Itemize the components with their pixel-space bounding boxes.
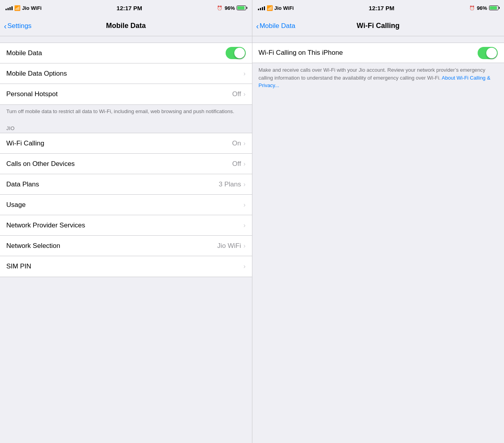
footer-main: Turn off mobile data to restrict all dat… — [0, 105, 252, 117]
value-calls-other-devices: Off — [232, 160, 241, 168]
wifi-icon: 📶 — [14, 5, 20, 11]
alarm-icon-right: ⏰ — [469, 6, 475, 11]
signal-bar-r4 — [264, 6, 265, 10]
status-left: 📶 Jio WiFi — [6, 5, 42, 11]
status-right-right: ⏰ 96% — [469, 5, 498, 11]
table-group-jio: Wi-Fi Calling On › Calls on Other Device… — [0, 133, 252, 277]
label-personal-hotspot: Personal Hotspot — [6, 90, 232, 98]
battery-percent-right: 96% — [477, 5, 487, 11]
toggle-knob-mobile-data — [234, 48, 245, 58]
value-personal-hotspot: Off — [232, 90, 241, 98]
signal-bar-2 — [7, 8, 9, 10]
row-mobile-data-options[interactable]: Mobile Data Options › — [0, 63, 252, 84]
status-right: ⏰ 96% — [217, 5, 246, 11]
chevron-mobile-data-options: › — [243, 70, 245, 77]
chevron-personal-hotspot: › — [243, 91, 245, 98]
battery-icon — [237, 6, 246, 10]
label-wifi-calling: Wi-Fi Calling — [6, 140, 232, 147]
wifi-icon-right: 📶 — [267, 5, 273, 11]
back-chevron-left: ‹ — [4, 22, 7, 30]
row-calls-other-devices[interactable]: Calls on Other Devices Off › — [0, 154, 252, 174]
row-wifi-calling[interactable]: Wi-Fi Calling On › — [0, 133, 252, 154]
battery-fill — [237, 6, 245, 9]
signal-bars — [6, 6, 13, 10]
chevron-data-plans: › — [243, 181, 245, 188]
chevron-usage: › — [243, 201, 245, 208]
chevron-wifi-calling: › — [243, 140, 245, 147]
section-main: Mobile Data Mobile Data Options › Person… — [0, 43, 252, 117]
carrier-name: Jio WiFi — [22, 5, 42, 11]
label-sim-pin: SIM PIN — [6, 262, 243, 270]
battery-container-right — [489, 6, 498, 10]
status-bar-right-panel: 📶 Jio WiFi 12:17 PM ⏰ 96% — [252, 0, 504, 16]
label-calls-other-devices: Calls on Other Devices — [6, 160, 232, 168]
back-chevron-right: ‹ — [256, 22, 259, 30]
value-data-plans: 3 Plans — [219, 181, 241, 188]
right-panel: 📶 Jio WiFi 12:17 PM ⏰ 96% ‹ Mobile Data … — [252, 0, 504, 443]
toggle-mobile-data[interactable] — [226, 47, 246, 59]
row-usage[interactable]: Usage › — [0, 195, 252, 215]
status-right-left: 📶 Jio WiFi — [258, 5, 294, 11]
nav-title-left: Mobile Data — [106, 22, 146, 30]
chevron-calls-other-devices: › — [243, 160, 245, 168]
back-button-left[interactable]: ‹ Settings — [4, 22, 32, 30]
row-sim-pin[interactable]: SIM PIN › — [0, 256, 252, 277]
table-group-main: Mobile Data Mobile Data Options › Person… — [0, 43, 252, 105]
toggle-wifi-calling-right[interactable] — [478, 47, 498, 59]
nav-bar-right: ‹ Mobile Data Wi-Fi Calling — [252, 16, 504, 36]
left-panel: 📶 Jio WiFi 12:17 PM ⏰ 96% ‹ Settings Mob… — [0, 0, 252, 443]
status-time-right: 12:17 PM — [369, 5, 395, 11]
value-network-selection: Jio WiFi — [217, 242, 241, 250]
row-mobile-data[interactable]: Mobile Data — [0, 43, 252, 63]
chevron-network-selection: › — [243, 242, 245, 249]
row-personal-hotspot[interactable]: Personal Hotspot Off › — [0, 84, 252, 104]
signal-bar-r2 — [260, 8, 261, 10]
signal-bar-1 — [6, 9, 7, 10]
back-label-right: Mobile Data — [259, 22, 295, 30]
alarm-icon: ⏰ — [217, 6, 222, 11]
back-label-left: Settings — [7, 22, 32, 30]
value-wifi-calling: On — [232, 140, 241, 147]
label-mobile-data: Mobile Data — [6, 49, 226, 57]
label-usage: Usage — [6, 201, 243, 209]
row-network-provider-services[interactable]: Network Provider Services › — [0, 215, 252, 236]
battery-icon-right — [489, 6, 498, 10]
signal-bar-r3 — [262, 7, 263, 10]
signal-bar-3 — [9, 7, 11, 10]
status-time: 12:17 PM — [117, 5, 142, 11]
chevron-sim-pin: › — [243, 263, 245, 270]
back-button-right[interactable]: ‹ Mobile Data — [256, 22, 295, 30]
signal-bar-4 — [11, 6, 13, 10]
wifi-calling-toggle-row[interactable]: Wi-Fi Calling on This iPhone — [252, 43, 504, 63]
chevron-network-provider-services: › — [243, 222, 245, 229]
wifi-calling-section: Wi-Fi Calling on This iPhone Make and re… — [252, 43, 504, 93]
status-bar-left-panel: 📶 Jio WiFi 12:17 PM ⏰ 96% — [0, 0, 252, 16]
signal-bars-right — [258, 6, 265, 10]
nav-bar-left: ‹ Settings Mobile Data — [0, 16, 252, 36]
label-data-plans: Data Plans — [6, 181, 219, 188]
battery-container — [237, 6, 246, 10]
label-mobile-data-options: Mobile Data Options — [6, 70, 243, 78]
content-right: Wi-Fi Calling on This iPhone Make and re… — [252, 36, 504, 443]
content-left: Mobile Data Mobile Data Options › Person… — [0, 36, 252, 443]
wifi-calling-toggle-label: Wi-Fi Calling on This iPhone — [259, 49, 478, 57]
carrier-name-right: Jio WiFi — [274, 5, 294, 11]
section-header-jio: JIO — [0, 123, 252, 133]
toggle-knob-wifi-calling-right — [486, 48, 497, 58]
row-data-plans[interactable]: Data Plans 3 Plans › — [0, 174, 252, 195]
battery-percent: 96% — [224, 5, 235, 11]
label-network-provider-services: Network Provider Services — [6, 222, 243, 229]
wifi-calling-footer: Make and receive calls over Wi-Fi with y… — [252, 63, 504, 93]
nav-title-right: Wi-Fi Calling — [357, 22, 400, 30]
battery-fill-right — [490, 6, 497, 9]
signal-bar-r1 — [258, 9, 259, 10]
label-network-selection: Network Selection — [6, 242, 217, 250]
section-jio: JIO Wi-Fi Calling On › Calls on Other De… — [0, 123, 252, 277]
row-network-selection[interactable]: Network Selection Jio WiFi › — [0, 236, 252, 256]
